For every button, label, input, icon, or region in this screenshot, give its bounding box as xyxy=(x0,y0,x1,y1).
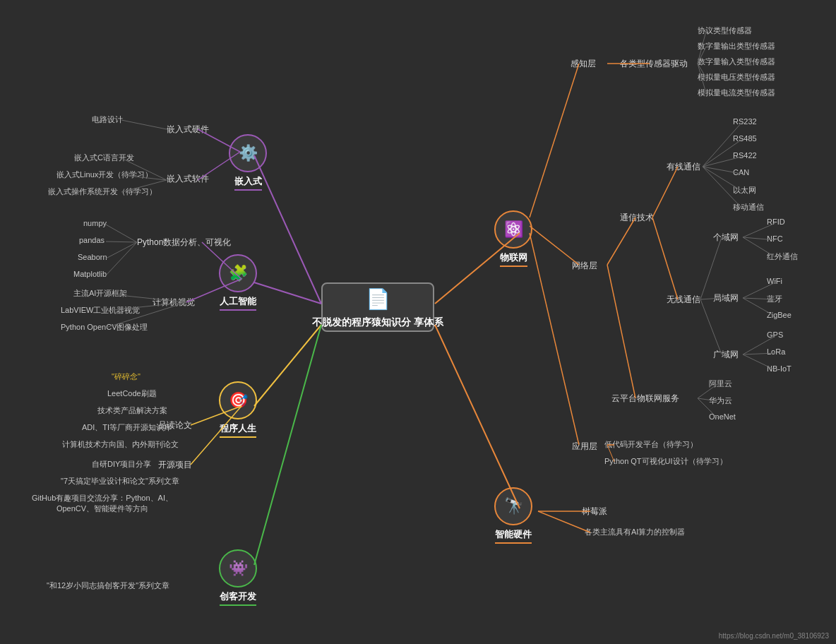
label-shupai: 树莓派 xyxy=(582,506,607,518)
label-ai-framework: 主流AI开源框架 xyxy=(73,288,127,299)
label-hongwai: 红外通信 xyxy=(767,251,798,262)
label-github: GitHub有趣项目交流分享：Python、AI、OpenCV、智能硬件等方向 xyxy=(21,493,184,515)
label-yidong: 移动通信 xyxy=(733,202,764,213)
label-python-data: Python数据分析、可视化 xyxy=(137,237,231,249)
label-rs422: RS422 xyxy=(733,151,757,160)
label-analog-v-sensor: 模拟量电压类型传感器 xyxy=(698,72,775,83)
label-jisuan-vision: 计算机视觉 xyxy=(153,297,195,309)
label-cyuyan: 嵌入式C语言开发 xyxy=(74,153,134,163)
footer-url: https://blog.csdn.net/m0_38106923 xyxy=(719,632,829,640)
label-12sui: "和12岁小同志搞创客开发"系列文章 xyxy=(47,580,169,591)
label-digital-out-sensor: 数字量输出类型传感器 xyxy=(698,41,775,52)
label-analog-a-sensor: 模拟量电流类型传感器 xyxy=(698,88,775,98)
label-ganzhi: 感知层 xyxy=(571,58,596,70)
label-wuxian: 无线通信 xyxy=(667,294,700,306)
label-wifi: WiFi xyxy=(767,277,782,285)
label-wangluo: 网络层 xyxy=(572,260,597,272)
label-opencv: Python OpenCV图像处理 xyxy=(61,322,148,333)
label-nbiot: NB-IoT xyxy=(767,364,792,373)
label-rs232: RS232 xyxy=(733,117,757,126)
center-title: 不脱发的程序猿知识分 享体系 xyxy=(312,316,443,330)
label-aliyun: 阿里云 xyxy=(709,378,732,389)
label-xieyi-sensor: 协议类型传感器 xyxy=(698,25,752,36)
label-7tian: "7天搞定毕业设计和论文"系列文章 xyxy=(61,476,179,487)
label-kaiyuan-xiangmu: 开源项目 xyxy=(158,459,192,471)
label-rs485: RS485 xyxy=(733,134,757,143)
label-labview: LabVIEW工业机器视觉 xyxy=(61,305,140,316)
label-geklei-ai: 各类主流具有AI算力的控制器 xyxy=(585,527,685,537)
icon-wulianwang: ⚛️ 物联网 xyxy=(494,210,532,267)
label-digital-in-sensor: 数字量输入类型传感器 xyxy=(698,56,775,67)
label-linux: 嵌入式Linux开发（待学习） xyxy=(56,169,153,180)
label-nfc: NFC xyxy=(767,234,783,243)
icon-qianrushi: ⚙️ 嵌入式 xyxy=(229,134,267,191)
label-pandas: pandas xyxy=(79,236,104,244)
icon-zhineng: 🔭 智能硬件 xyxy=(494,487,532,544)
label-can: CAN xyxy=(733,168,749,177)
label-huaweiyun: 华为云 xyxy=(709,395,732,406)
label-jisuanji-qikan: 计算机技术方向国、内外期刊论文 xyxy=(62,439,179,450)
label-lanya: 蓝牙 xyxy=(767,294,782,304)
label-didaima: 低代码开发平台（待学习） xyxy=(604,439,698,450)
label-adi-ti: ADI、TI等厂商开源知识库 xyxy=(82,422,172,433)
icon-chengxu: 🎯 程序人生 xyxy=(219,381,257,438)
label-leetcode: LeetCode刷题 xyxy=(107,388,157,399)
mindmap-container: 📄 不脱发的程序猿知识分 享体系 ⚙️ 嵌入式 嵌入式硬件 嵌入式软件 电路设计… xyxy=(0,0,836,644)
label-dianlushejf: 电路设计 xyxy=(92,114,123,125)
label-guangyuwang: 广域网 xyxy=(713,349,739,361)
label-matplotlib: Matplotlib xyxy=(73,270,107,278)
label-yitaiwang: 以太网 xyxy=(733,185,756,196)
label-lora: LoRa xyxy=(767,347,785,356)
center-node: 📄 不脱发的程序猿知识分 享体系 xyxy=(321,282,434,332)
icon-chuangke: 👾 创客开发 xyxy=(219,549,257,606)
label-seaborn: Seaborn xyxy=(78,253,107,261)
icon-rengong: 🧩 人工智能 xyxy=(219,254,257,311)
label-suisunian: "碎碎念" xyxy=(112,371,141,382)
label-onenet: OneNet xyxy=(709,412,736,421)
label-numpy: numpy xyxy=(83,219,107,227)
label-yingyong: 应用层 xyxy=(572,441,597,453)
label-tongxin: 通信技术 xyxy=(620,212,654,224)
label-os: 嵌入式操作系统开发（待学习） xyxy=(48,186,157,197)
label-youxian: 有线通信 xyxy=(667,161,700,173)
label-zigbee: ZigBee xyxy=(767,311,792,319)
label-geyuwang: 个域网 xyxy=(713,232,739,244)
label-ziyandiy: 自研DIY项目分享 xyxy=(92,459,151,470)
label-gps: GPS xyxy=(767,330,783,339)
label-pythonqt: Python QT可视化UI设计（待学习） xyxy=(604,456,727,467)
label-gesensor: 各类型传感器驱动 xyxy=(620,58,688,70)
label-qianrushi-hardware: 嵌入式硬件 xyxy=(167,124,209,136)
label-jishu-fangan: 技术类产品解决方案 xyxy=(97,405,167,416)
label-yunpingtai: 云平台物联网服务 xyxy=(611,393,679,405)
label-rfid: RFID xyxy=(767,217,785,226)
label-qianrushi-software: 嵌入式软件 xyxy=(167,173,209,185)
label-juyuwang: 局域网 xyxy=(713,292,739,304)
